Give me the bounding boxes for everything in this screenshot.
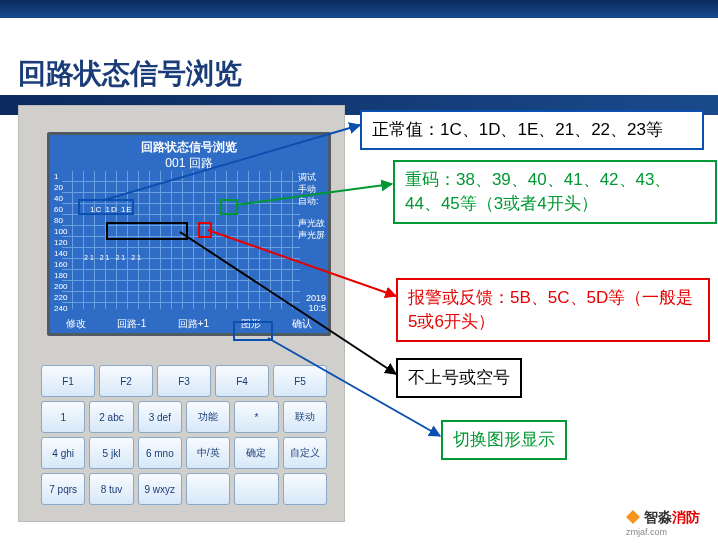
data-grid (62, 171, 300, 309)
header-bar (0, 0, 718, 18)
marker-switch (233, 321, 273, 341)
slide-title: 回路状态信号浏览 (18, 55, 242, 93)
key-ok[interactable]: 确定 (234, 437, 278, 469)
brand-url: zmjaf.com (626, 527, 700, 537)
key-lang[interactable]: 中/英 (186, 437, 230, 469)
key-4[interactable]: 4 ghi (41, 437, 85, 469)
screen-subtitle: 001 回路 (50, 155, 328, 172)
key-blank3[interactable] (283, 473, 327, 505)
timestamp: 2019 10:5 (306, 293, 326, 313)
note-null: 不上号或空号 (396, 358, 522, 398)
softkey-loop-minus[interactable]: 回路-1 (117, 317, 146, 331)
key-6[interactable]: 6 mno (138, 437, 182, 469)
key-7[interactable]: 7 pqrs (41, 473, 85, 505)
marker-normal (78, 199, 134, 215)
softkey-confirm[interactable]: 确认 (292, 317, 312, 331)
key-star[interactable]: * (234, 401, 278, 433)
note-normal: 正常值：1C、1D、1E、21、22、23等 (360, 110, 704, 150)
key-f4[interactable]: F4 (215, 365, 269, 397)
key-8[interactable]: 8 tuv (89, 473, 133, 505)
device-panel: 回路状态信号浏览 001 回路 1 20 40 60 80 100 120 14… (18, 105, 345, 522)
marker-alarm (198, 222, 212, 238)
key-func[interactable]: 功能 (186, 401, 230, 433)
footer-brand: ◆ 智淼消防 zmjaf.com (626, 509, 700, 537)
key-3[interactable]: 3 def (138, 401, 182, 433)
screen-softkeys: 修改 回路-1 回路+1 图形 确认 (50, 317, 328, 331)
key-1[interactable]: 1 (41, 401, 85, 433)
marker-null (106, 222, 188, 240)
note-switch: 切换图形显示 (441, 420, 567, 460)
key-cancel[interactable]: 自定义 (283, 437, 327, 469)
note-alarm: 报警或反馈：5B、5C、5D等（一般是5或6开头） (396, 278, 710, 342)
key-9[interactable]: 9 wxyz (138, 473, 182, 505)
sample-data-b: 21 21 21 21 (84, 254, 143, 261)
softkey-modify[interactable]: 修改 (66, 317, 86, 331)
key-blank2[interactable] (234, 473, 278, 505)
note-duplicate: 重码：38、39、40、41、42、43、44、45等（3或者4开头） (393, 160, 717, 224)
key-5[interactable]: 5 jkl (89, 437, 133, 469)
row-labels: 1 20 40 60 80 100 120 140 160 180 200 22… (54, 171, 67, 314)
device-screen: 回路状态信号浏览 001 回路 1 20 40 60 80 100 120 14… (47, 132, 331, 336)
key-blank1[interactable] (186, 473, 230, 505)
key-2[interactable]: 2 abc (89, 401, 133, 433)
marker-duplicate (220, 199, 238, 215)
keypad: F1 F2 F3 F4 F5 1 2 abc 3 def 功能 * 联动 4 g… (41, 365, 327, 509)
key-f3[interactable]: F3 (157, 365, 211, 397)
key-f2[interactable]: F2 (99, 365, 153, 397)
key-f5[interactable]: F5 (273, 365, 327, 397)
side-labels: 调试 手动 自动: 声光故 声光屏 (298, 171, 326, 241)
screen-title: 回路状态信号浏览 (50, 139, 328, 156)
brand-icon: ◆ (626, 509, 640, 525)
key-f1[interactable]: F1 (41, 365, 95, 397)
key-check[interactable]: 联动 (283, 401, 327, 433)
softkey-loop-plus[interactable]: 回路+1 (178, 317, 209, 331)
